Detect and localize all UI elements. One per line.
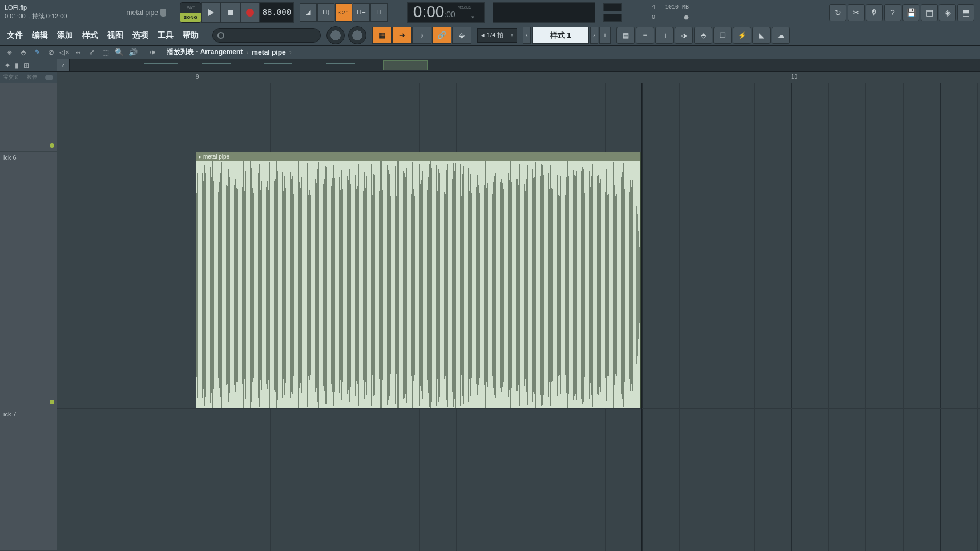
hint-icon	[160, 9, 166, 17]
master-pitch-knob[interactable]	[326, 26, 345, 44]
menu-help[interactable]: 帮助	[178, 27, 203, 44]
pat-song-toggle[interactable]: PAT SONG	[180, 2, 201, 23]
ruler-label-2: 拉伸	[27, 74, 37, 81]
overview-left-tools: ✦ ▮ ⊞	[0, 59, 57, 71]
undo-history-button[interactable]: ↻	[829, 4, 846, 21]
playlist-view-button[interactable]: ▦	[372, 27, 392, 44]
help-button[interactable]: ?	[884, 4, 901, 21]
tempo-display[interactable]: 88.000	[260, 2, 294, 23]
disable-icon[interactable]: ⊘	[46, 47, 56, 58]
track-6-label: ick 6	[3, 154, 17, 161]
select-tool-icon[interactable]: ⬚	[100, 47, 111, 58]
cpu-meter	[603, 3, 622, 11]
song-mode-button[interactable]: SONG	[180, 13, 201, 22]
time-unit-label: M:S:CS	[458, 5, 471, 9]
wait-input-button[interactable]: ⊔)	[317, 3, 334, 22]
piano-roll-button[interactable]: ♪	[412, 27, 431, 44]
menu-file[interactable]: 文件	[2, 27, 27, 44]
countdown-button[interactable]: 3.2.1	[335, 3, 352, 22]
menu-add[interactable]: 添加	[53, 27, 78, 44]
menu-view[interactable]: 视图	[103, 27, 128, 44]
zoom-tool-icon[interactable]: 🔍	[114, 47, 124, 58]
cpu-value: 4	[624, 4, 655, 10]
menu-tools[interactable]: 工具	[153, 27, 178, 44]
track-enable-dot[interactable]	[50, 143, 54, 148]
channel-window-button[interactable]: ⫼	[655, 27, 674, 44]
titlebar-right-icons: ↻ ✂ 🎙 ? 💾 ▤ ◈ ⬒	[829, 4, 978, 21]
play-button[interactable]	[201, 2, 221, 23]
pat-mode-button[interactable]: PAT	[180, 3, 201, 13]
magnet-snap-icon[interactable]: ⎈	[5, 47, 15, 58]
snap-label: 1/4 拍	[487, 31, 503, 39]
memory-value: 1010 MB	[658, 4, 689, 10]
arrow-button[interactable]: ➔	[392, 27, 412, 44]
chevron-down-icon: ▾	[511, 33, 513, 38]
copy-button[interactable]: ❐	[713, 27, 732, 44]
piano-window-button[interactable]: ≡	[636, 27, 654, 44]
ruler-toggle[interactable]	[45, 75, 53, 80]
menu-patterns[interactable]: 样式	[78, 27, 103, 44]
time-dropdown-icon[interactable]: ▾	[471, 14, 478, 20]
track-7-header[interactable]: ick 7	[0, 408, 57, 551]
ruler-track[interactable]: 910	[57, 72, 980, 83]
draw-tool-icon[interactable]: ✎	[32, 47, 42, 58]
snap-selector[interactable]: ◂ 1/4 拍 ▾	[477, 28, 517, 43]
playlist-window-button[interactable]: ▤	[616, 27, 635, 44]
visualizer-panel[interactable]	[493, 2, 595, 23]
close-windows-button[interactable]: ☁	[772, 27, 790, 44]
breadcrumb-root[interactable]: 播放列表 - Arrangement	[167, 47, 243, 57]
overview-strip: ✦ ▮ ⊞ ‹	[0, 59, 980, 72]
grid-icon[interactable]: ⊞	[23, 62, 29, 70]
midi-button[interactable]: 🎙	[866, 4, 883, 21]
export-button[interactable]: ▤	[921, 4, 938, 21]
move-icon[interactable]: ✦	[5, 62, 10, 70]
save-button[interactable]: 💾	[902, 4, 919, 21]
menubar: 文件 编辑 添加 样式 视图 选项 工具 帮助 ▦ ➔ ♪ 🔗 ⬙ ◂ 1/4 …	[0, 25, 980, 46]
track-canvas[interactable]: ▸metal pipe	[57, 83, 980, 551]
snap-tri-left: ◂	[481, 31, 485, 39]
pattern-next-button[interactable]: ›	[590, 27, 598, 44]
audio-clip[interactable]: ▸metal pipe	[196, 152, 641, 408]
slice-tool-icon[interactable]: ⤢	[87, 47, 97, 58]
speaker-icon[interactable]: 🕩	[147, 47, 158, 58]
pattern-add-button[interactable]: +	[599, 27, 611, 44]
pattern-name[interactable]: 样式 1	[532, 27, 589, 44]
record-button[interactable]	[240, 2, 260, 23]
menu-options[interactable]: 选项	[128, 27, 153, 44]
channel-rack-button[interactable]: ⬙	[452, 27, 471, 44]
browser-window-button[interactable]: ⬘	[694, 27, 712, 44]
menu-edit[interactable]: 编辑	[27, 27, 53, 44]
overview-panel[interactable]	[70, 59, 980, 71]
system-meters: 4 1010 MB 0 ⬣	[603, 2, 689, 22]
stop-button[interactable]	[221, 2, 240, 23]
more-button[interactable]: ⬒	[957, 4, 974, 21]
scroll-left-button[interactable]: ‹	[57, 59, 70, 71]
tag-icon[interactable]: ⬘	[18, 47, 29, 58]
poly-meter	[603, 14, 622, 22]
mixer-window-button[interactable]: ⬗	[675, 27, 693, 44]
pattern-prev-button[interactable]: ‹	[523, 27, 531, 44]
main-volume-button[interactable]: ✂	[848, 4, 865, 21]
search-input[interactable]	[212, 28, 321, 43]
render-button[interactable]: ◈	[939, 4, 956, 21]
playback-tool-icon[interactable]: 🔊	[128, 47, 138, 58]
clip-wave-icon: ▸	[199, 153, 201, 160]
time-sub: :00	[444, 10, 455, 19]
metronome-button[interactable]: ◢	[300, 3, 317, 22]
track-6-enable-dot[interactable]	[50, 400, 54, 404]
breadcrumb-current[interactable]: metal pipe	[252, 48, 285, 56]
track-6-header[interactable]: ick 6	[0, 152, 57, 408]
master-volume-knob[interactable]	[348, 26, 366, 44]
mute-tool-icon[interactable]: ◁×	[59, 47, 70, 58]
breadcrumb-sep-end: ›	[289, 48, 292, 56]
ruler-label-1: 零交叉	[3, 74, 19, 81]
hint-panel: metal pipe	[126, 9, 166, 17]
marker-icon[interactable]: ▮	[15, 62, 19, 70]
loop-record-button[interactable]: ⊔	[370, 3, 388, 22]
time-display[interactable]: 0:00 :00 M:S:CS ▾	[407, 2, 485, 23]
step-mode-button[interactable]: ⊔+	[353, 3, 370, 22]
tool-button[interactable]: ◣	[752, 27, 771, 44]
link-button[interactable]: 🔗	[432, 27, 451, 44]
plugin-button[interactable]: ⚡	[733, 27, 751, 44]
slip-tool-icon[interactable]: ↔	[73, 47, 83, 58]
